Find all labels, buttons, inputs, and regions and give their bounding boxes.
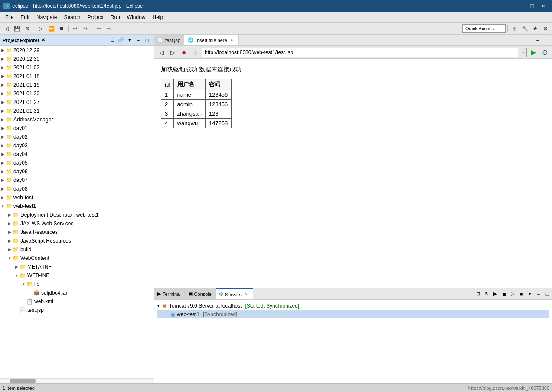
tree-item[interactable]: ▶📁day01 (0, 124, 154, 133)
servers-min[interactable]: − (535, 290, 542, 298)
servers-start[interactable]: ▶ (491, 290, 499, 298)
servers-debug[interactable]: ▷ (509, 290, 516, 298)
tree-item[interactable]: ▶📁day05 (0, 159, 154, 167)
tree-node-icon: 📄 (19, 307, 26, 314)
title-bar: ☽ eclipse - http://localhost:8080/web-te… (0, 0, 552, 12)
tree-item[interactable]: ▶📁AddressManager (0, 115, 154, 124)
toolbar-btn-7[interactable]: ⇦ (94, 24, 104, 33)
tree-item[interactable]: ▶📁build (0, 245, 154, 254)
tab-insert-title-close[interactable]: × (229, 37, 235, 43)
window-controls: − □ × (516, 2, 549, 10)
toolbar-perspective-1[interactable]: ⊞ (510, 24, 519, 33)
tree-item[interactable]: ▶📁2021.01.19 (0, 81, 154, 89)
menu-edit[interactable]: Edit (17, 13, 33, 21)
browser-external[interactable]: ⊙ (540, 48, 549, 57)
menu-window[interactable]: Window (124, 13, 149, 21)
servers-max[interactable]: □ (543, 290, 551, 298)
tree-item[interactable]: ▶📁day02 (0, 133, 154, 141)
tree-item[interactable]: ▶📁2021.01.20 (0, 89, 154, 98)
tab-insert-title[interactable]: 🌐 Insert title here × (184, 35, 239, 45)
servers-collapse[interactable]: ⊟ (474, 290, 482, 298)
menu-run[interactable]: Run (107, 13, 124, 21)
quick-access-box[interactable]: Quick Access (462, 24, 506, 33)
toolbar-btn-debug[interactable]: ▷ (36, 24, 46, 33)
tree-item[interactable]: ▶📁2021.01.31 (0, 107, 154, 115)
data-table: id 用户名 密码 1name1234562admin1234563zhangs… (161, 79, 232, 128)
tree-item[interactable]: ▶📁2020.12.29 (0, 46, 154, 55)
tab-servers-close[interactable]: × (243, 292, 249, 298)
tree-item[interactable]: ▶📁META-INF (0, 262, 154, 271)
tree-item[interactable]: ▶📁JAX-WS Web Services (0, 219, 154, 228)
tab-test-jsp[interactable]: 📄 test.jsp (154, 35, 184, 45)
menu-project[interactable]: Project (84, 13, 107, 21)
tab-terminal[interactable]: ▶ Terminal (154, 288, 185, 299)
tree-item[interactable]: ▶📁2021.01.18 (0, 72, 154, 81)
toolbar-btn-run[interactable]: ⏩ (46, 24, 56, 33)
menu-help[interactable]: Help (149, 13, 167, 21)
tree-item[interactable]: ▶📁web-test (0, 193, 154, 202)
maximize-button[interactable]: □ (527, 2, 537, 10)
servers-refresh[interactable]: ↻ (483, 290, 490, 298)
toolbar-btn-8[interactable]: ⇨ (105, 24, 114, 33)
toolbar-btn-stop[interactable]: ⏹ (57, 24, 66, 33)
browser-forward[interactable]: ▷ (168, 48, 177, 57)
tree-item[interactable]: 📦sqljdbc4.jar (0, 288, 154, 297)
browser-stop[interactable]: ■ (179, 48, 189, 57)
tree-item[interactable]: ▶📁Deployment Descriptor: web-test1 (0, 211, 154, 219)
tab-console[interactable]: ▣ Console (185, 288, 216, 299)
minimize-button[interactable]: − (516, 2, 526, 10)
tree-item[interactable]: ▶📁day08 (0, 185, 154, 193)
sidebar-maximize[interactable]: □ (143, 36, 151, 44)
tab-servers[interactable]: ⚙ Servers × (216, 288, 253, 299)
web-test1-project[interactable]: ◉ web-test1 [Synchronized] (157, 310, 549, 318)
tree-item[interactable]: ▶📁day06 (0, 167, 154, 176)
browser-go[interactable]: ▶ (529, 48, 538, 57)
tab-bar-maximize[interactable]: □ (542, 36, 550, 44)
toolbar-btn-new[interactable]: ⊕ (23, 24, 32, 33)
toolbar-btn-5[interactable]: ↩ (70, 24, 80, 33)
tree-item[interactable]: ▶📁2020.12.30 (0, 55, 154, 63)
toolbar-perspective-3[interactable]: ★ (530, 24, 540, 33)
tree-item[interactable]: ▾📁web-test1 (0, 202, 154, 211)
browser-address-bar[interactable]: http://localhost:8080/web-test1/test.jsp (202, 48, 518, 57)
tree-item[interactable]: ▾📁WEB-INF (0, 271, 154, 280)
tree-item[interactable]: ▶📁JavaScript Resources (0, 236, 154, 245)
toolbar-btn-6[interactable]: ↪ (81, 24, 90, 33)
servers-stop[interactable]: ⏹ (500, 290, 508, 298)
tree-item[interactable]: ▶📁day03 (0, 141, 154, 150)
tree-item[interactable]: ▶📁day04 (0, 150, 154, 159)
table-cell: 123 (205, 109, 231, 119)
toolbar-btn-save[interactable]: 💾 (12, 24, 22, 33)
tree-item[interactable]: 📄test.jsp (0, 306, 154, 314)
tree-item[interactable]: ▶📁2021.01.02 (0, 63, 154, 72)
tree-item[interactable]: ▶📁day07 (0, 176, 154, 185)
toolbar-perspective-2[interactable]: 🔧 (520, 24, 529, 33)
tab-insert-title-icon: 🌐 (188, 37, 194, 43)
tree-node-icon: 📁 (12, 211, 19, 218)
table-cell: 4 (161, 119, 174, 128)
sidebar-collapse-all[interactable]: ⊟ (108, 36, 116, 44)
tree-item[interactable]: ▾📁WebContent (0, 254, 154, 262)
tree-item[interactable]: ▾📁lib (0, 280, 154, 288)
servers-more2[interactable]: ▾ (526, 290, 534, 298)
menu-navigate[interactable]: Navigate (33, 13, 60, 21)
tab-bar-minimize[interactable]: − (534, 36, 542, 44)
menu-file[interactable]: File (2, 13, 17, 21)
tree-node-label: 2021.01.27 (13, 99, 39, 105)
sidebar-menu[interactable]: ▾ (126, 36, 134, 44)
browser-bookmark[interactable]: ☆ (190, 48, 200, 57)
toolbar-perspective-4[interactable]: ⊕ (541, 24, 550, 33)
browser-back[interactable]: ◁ (157, 48, 166, 57)
sidebar-hscroll[interactable] (0, 378, 154, 383)
sidebar-link[interactable]: 🔗 (117, 36, 125, 44)
servers-more1[interactable]: ■ (517, 290, 525, 298)
close-button[interactable]: × (538, 2, 549, 10)
sidebar-minimize[interactable]: − (134, 36, 142, 44)
tree-item[interactable]: 📋web.xml (0, 297, 154, 306)
toolbar-btn-1[interactable]: ◁ (2, 24, 11, 33)
menu-search[interactable]: Search (60, 13, 84, 21)
tomcat-server-item[interactable]: ▾ 🖥 Tomcat v9.0 Server at localhost [Sta… (157, 301, 549, 310)
tree-item[interactable]: ▶📁Java Resources (0, 228, 154, 236)
tree-item[interactable]: ▶📁2021.01.27 (0, 98, 154, 107)
address-dropdown[interactable]: ▾ (520, 48, 527, 57)
